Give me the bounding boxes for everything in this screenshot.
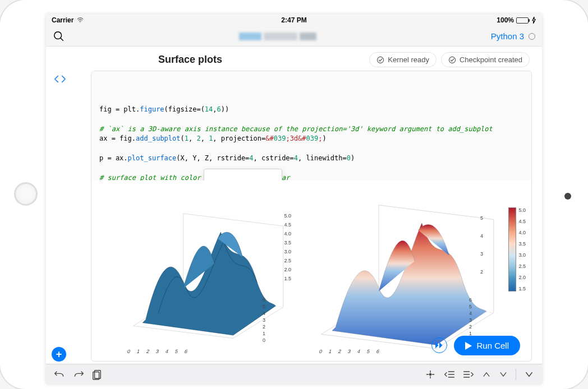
colorbar: 5.04.54.03.53.02.52.01.5: [508, 207, 526, 291]
search-icon[interactable]: [53, 30, 65, 43]
svg-point-2: [378, 57, 384, 63]
add-cell-button[interactable]: +: [52, 347, 66, 362]
autocomplete-popup[interactable]: coolwarm colorbar: [204, 169, 282, 180]
z-ticks: 5432: [480, 215, 483, 275]
code-editor[interactable]: In [60]: fig = plt.figure(figsize=(14,6)…: [91, 71, 531, 180]
code-line[interactable]: # `ax` is a 3D-aware axis instance becau…: [99, 124, 523, 134]
code-cell[interactable]: In [60]: fig = plt.figure(figsize=(14,6)…: [91, 71, 532, 362]
clock-label: 2:47 PM: [281, 16, 306, 24]
title-row: Surface plots Kernel ready Checkpoint cr…: [46, 47, 542, 71]
svg-point-3: [449, 57, 455, 63]
move-down-button[interactable]: [499, 371, 508, 378]
redo-button[interactable]: [73, 369, 84, 380]
code-line[interactable]: [99, 144, 523, 154]
surface-plot-right: 5432 0123456 6543210 5.04.54.03.53.02.52…: [307, 183, 522, 356]
run-all-button[interactable]: [431, 337, 447, 353]
ios-status-bar: Carrier 2:47 PM 100%: [46, 14, 542, 26]
cell-output: 5.04.54.03.53.02.52.01.5 0123456 6543210: [91, 180, 531, 361]
svg-line-1: [61, 38, 63, 40]
code-line[interactable]: p = ax.plot_surface(X, Y, Z, rstride=4, …: [99, 154, 523, 163]
x-ticks: 0123456: [319, 349, 380, 354]
check-icon: [376, 56, 384, 64]
battery-icon: [516, 17, 530, 24]
run-cell-button[interactable]: Run Cell: [454, 336, 520, 355]
charging-icon: [532, 17, 536, 24]
code-line[interactable]: # surface_plot with color grading and co…: [99, 173, 523, 180]
cell-prompt: In [60]:: [91, 76, 93, 85]
checkpoint-label: Checkpoint created: [460, 55, 522, 64]
dismiss-keyboard-button[interactable]: [524, 371, 534, 378]
y-ticks: 6543210: [263, 297, 265, 343]
check-icon: [448, 56, 456, 64]
checkpoint-pill: Checkpoint created: [441, 52, 530, 67]
surface-plot-left: 5.04.54.03.53.02.52.01.5 0123456 6543210: [108, 183, 296, 356]
surface-svg: [307, 183, 522, 356]
run-cell-label: Run Cell: [476, 341, 509, 350]
surface-svg: [108, 183, 296, 356]
svg-point-6: [429, 373, 431, 375]
battery-pct: 100%: [497, 16, 514, 24]
carrier-label: Carrier: [52, 16, 74, 24]
kernel-ready-pill: Kernel ready: [369, 52, 437, 67]
kernel-name[interactable]: Python 3: [491, 31, 524, 41]
kernel-ready-label: Kernel ready: [388, 55, 429, 64]
app-nav-bar: Python 3: [46, 26, 542, 47]
clipboard-button[interactable]: [92, 369, 102, 380]
cursor-middle-button[interactable]: [425, 369, 436, 379]
code-line[interactable]: [99, 115, 523, 124]
divider: [516, 369, 516, 380]
code-line[interactable]: [99, 164, 523, 173]
ipad-frame: Carrier 2:47 PM 100%: [0, 0, 588, 389]
move-up-button[interactable]: [482, 371, 491, 378]
code-line[interactable]: fig = plt.figure(figsize=(14,6)): [99, 105, 523, 114]
keyboard-accessory: [46, 364, 542, 384]
home-button[interactable]: [14, 182, 38, 206]
screen: Carrier 2:47 PM 100%: [46, 14, 542, 384]
section-title: Surface plots: [158, 54, 365, 66]
play-icon: [465, 342, 472, 350]
notebook-area: + In [60]: fig = plt.figure(figsize=(14,…: [46, 71, 542, 364]
x-ticks: 0123456: [127, 349, 189, 354]
undo-button[interactable]: [54, 369, 65, 380]
kernel-status-dot: [529, 33, 535, 40]
wifi-icon: [76, 17, 85, 24]
camera-dot: [564, 193, 571, 200]
z-ticks: 5.04.54.03.53.02.52.01.5: [284, 213, 291, 281]
code-line[interactable]: ax = fig.add_subplot(1, 2, 1, projection…: [99, 134, 523, 143]
fast-forward-icon: [435, 342, 443, 349]
code-cell-icon[interactable]: [54, 73, 66, 88]
indent-button[interactable]: [463, 369, 474, 379]
outdent-button[interactable]: [444, 369, 455, 379]
nav-title-blur: [72, 33, 484, 40]
